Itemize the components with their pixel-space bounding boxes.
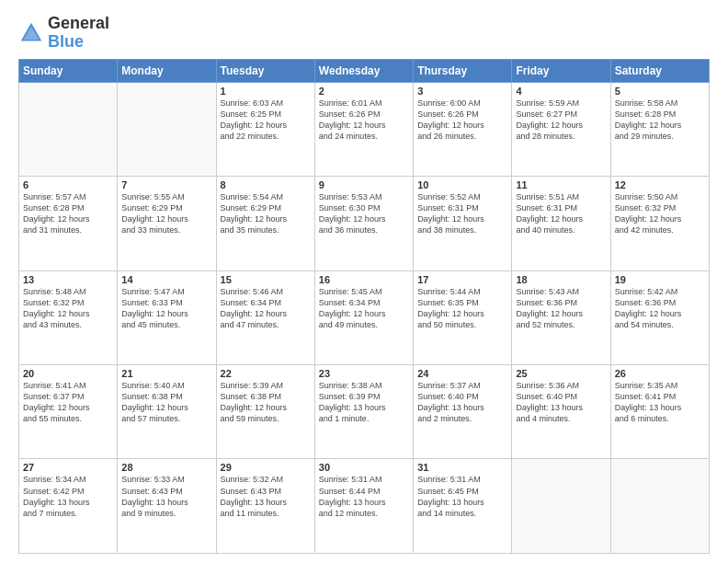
day-number: 5 [615,86,705,97]
day-number: 23 [319,368,409,379]
day-cell: 16Sunrise: 5:45 AM Sunset: 6:34 PM Dayli… [314,270,413,364]
week-row-5: 27Sunrise: 5:34 AM Sunset: 6:42 PM Dayli… [19,459,710,554]
day-info: Sunrise: 5:59 AM Sunset: 6:27 PM Dayligh… [516,98,606,143]
day-cell: 31Sunrise: 5:31 AM Sunset: 6:45 PM Dayli… [414,459,512,554]
day-cell: 3Sunrise: 6:00 AM Sunset: 6:26 PM Daylig… [414,82,512,176]
day-number: 10 [417,179,507,190]
day-cell: 30Sunrise: 5:31 AM Sunset: 6:44 PM Dayli… [314,459,413,554]
day-number: 20 [23,368,113,379]
day-info: Sunrise: 5:37 AM Sunset: 6:40 PM Dayligh… [417,380,507,425]
day-number: 19 [615,274,705,285]
day-cell: 28Sunrise: 5:33 AM Sunset: 6:43 PM Dayli… [118,459,216,554]
day-info: Sunrise: 5:54 AM Sunset: 6:29 PM Dayligh… [221,191,311,236]
day-info: Sunrise: 5:45 AM Sunset: 6:34 PM Dayligh… [319,286,409,331]
day-info: Sunrise: 5:36 AM Sunset: 6:40 PM Dayligh… [516,380,606,425]
col-header-saturday: Saturday [610,59,709,82]
page: General Blue SundayMondayTuesdayWednesda… [0,0,728,563]
day-number: 15 [221,274,311,285]
day-cell: 1Sunrise: 6:03 AM Sunset: 6:25 PM Daylig… [216,82,314,176]
day-info: Sunrise: 5:48 AM Sunset: 6:32 PM Dayligh… [23,286,113,331]
day-cell [610,459,709,554]
week-row-3: 13Sunrise: 5:48 AM Sunset: 6:32 PM Dayli… [19,270,710,364]
day-info: Sunrise: 5:39 AM Sunset: 6:38 PM Dayligh… [221,380,311,425]
day-cell: 26Sunrise: 5:35 AM Sunset: 6:41 PM Dayli… [610,365,709,459]
col-header-sunday: Sunday [19,59,118,82]
day-cell: 20Sunrise: 5:41 AM Sunset: 6:37 PM Dayli… [19,365,118,459]
day-cell: 15Sunrise: 5:46 AM Sunset: 6:34 PM Dayli… [216,270,314,364]
day-cell: 17Sunrise: 5:44 AM Sunset: 6:35 PM Dayli… [414,270,512,364]
day-cell [118,82,216,176]
week-row-1: 1Sunrise: 6:03 AM Sunset: 6:25 PM Daylig… [19,82,710,176]
day-cell: 4Sunrise: 5:59 AM Sunset: 6:27 PM Daylig… [512,82,610,176]
day-info: Sunrise: 5:47 AM Sunset: 6:33 PM Dayligh… [121,286,211,331]
day-info: Sunrise: 5:31 AM Sunset: 6:44 PM Dayligh… [319,474,409,519]
day-number: 3 [417,86,507,97]
day-info: Sunrise: 5:35 AM Sunset: 6:41 PM Dayligh… [615,380,705,425]
day-number: 11 [516,179,606,190]
col-header-friday: Friday [512,59,610,82]
header: General Blue [18,15,710,52]
day-number: 30 [319,462,409,473]
day-cell: 25Sunrise: 5:36 AM Sunset: 6:40 PM Dayli… [512,365,610,459]
day-number: 7 [121,179,211,190]
day-number: 25 [516,368,606,379]
day-number: 17 [417,274,507,285]
day-number: 29 [221,462,311,473]
day-cell: 19Sunrise: 5:42 AM Sunset: 6:36 PM Dayli… [610,270,709,364]
day-number: 24 [417,368,507,379]
day-info: Sunrise: 5:53 AM Sunset: 6:30 PM Dayligh… [319,191,409,236]
day-info: Sunrise: 5:38 AM Sunset: 6:39 PM Dayligh… [319,380,409,425]
day-info: Sunrise: 5:58 AM Sunset: 6:28 PM Dayligh… [615,98,705,143]
day-number: 8 [221,179,311,190]
day-cell: 7Sunrise: 5:55 AM Sunset: 6:29 PM Daylig… [118,177,216,270]
col-header-wednesday: Wednesday [314,59,413,82]
day-cell: 10Sunrise: 5:52 AM Sunset: 6:31 PM Dayli… [414,177,512,270]
day-info: Sunrise: 5:33 AM Sunset: 6:43 PM Dayligh… [121,474,211,519]
day-number: 12 [615,179,705,190]
day-info: Sunrise: 5:51 AM Sunset: 6:31 PM Dayligh… [516,191,606,236]
day-info: Sunrise: 6:01 AM Sunset: 6:26 PM Dayligh… [319,98,409,143]
day-number: 2 [319,86,409,97]
day-info: Sunrise: 5:44 AM Sunset: 6:35 PM Dayligh… [417,286,507,331]
day-cell: 5Sunrise: 5:58 AM Sunset: 6:28 PM Daylig… [610,82,709,176]
day-cell: 14Sunrise: 5:47 AM Sunset: 6:33 PM Dayli… [118,270,216,364]
day-number: 16 [319,274,409,285]
day-cell: 6Sunrise: 5:57 AM Sunset: 6:28 PM Daylig… [19,177,118,270]
day-info: Sunrise: 5:32 AM Sunset: 6:43 PM Dayligh… [221,474,311,519]
day-cell: 12Sunrise: 5:50 AM Sunset: 6:32 PM Dayli… [610,177,709,270]
day-info: Sunrise: 5:42 AM Sunset: 6:36 PM Dayligh… [615,286,705,331]
day-number: 27 [23,462,113,473]
day-cell: 29Sunrise: 5:32 AM Sunset: 6:43 PM Dayli… [216,459,314,554]
col-header-thursday: Thursday [414,59,512,82]
calendar: SundayMondayTuesdayWednesdayThursdayFrid… [18,59,710,554]
day-info: Sunrise: 5:40 AM Sunset: 6:38 PM Dayligh… [121,380,211,425]
day-cell: 2Sunrise: 6:01 AM Sunset: 6:26 PM Daylig… [314,82,413,176]
day-info: Sunrise: 5:43 AM Sunset: 6:36 PM Dayligh… [516,286,606,331]
day-number: 26 [615,368,705,379]
day-info: Sunrise: 5:31 AM Sunset: 6:45 PM Dayligh… [417,474,507,519]
day-number: 14 [121,274,211,285]
day-cell [512,459,610,554]
day-number: 4 [516,86,606,97]
day-cell: 24Sunrise: 5:37 AM Sunset: 6:40 PM Dayli… [414,365,512,459]
day-info: Sunrise: 5:41 AM Sunset: 6:37 PM Dayligh… [23,380,113,425]
day-number: 1 [221,86,311,97]
day-info: Sunrise: 5:55 AM Sunset: 6:29 PM Dayligh… [121,191,211,236]
day-info: Sunrise: 5:52 AM Sunset: 6:31 PM Dayligh… [417,191,507,236]
day-number: 13 [23,274,113,285]
day-number: 21 [121,368,211,379]
day-cell: 9Sunrise: 5:53 AM Sunset: 6:30 PM Daylig… [314,177,413,270]
day-info: Sunrise: 5:46 AM Sunset: 6:34 PM Dayligh… [221,286,311,331]
day-number: 18 [516,274,606,285]
logo-text: General Blue [48,15,109,52]
logo: General Blue [18,15,109,52]
day-info: Sunrise: 6:00 AM Sunset: 6:26 PM Dayligh… [417,98,507,143]
day-cell: 21Sunrise: 5:40 AM Sunset: 6:38 PM Dayli… [118,365,216,459]
day-cell: 23Sunrise: 5:38 AM Sunset: 6:39 PM Dayli… [314,365,413,459]
week-row-4: 20Sunrise: 5:41 AM Sunset: 6:37 PM Dayli… [19,365,710,459]
day-info: Sunrise: 5:34 AM Sunset: 6:42 PM Dayligh… [23,474,113,519]
col-header-tuesday: Tuesday [216,59,314,82]
day-cell: 8Sunrise: 5:54 AM Sunset: 6:29 PM Daylig… [216,177,314,270]
day-cell: 11Sunrise: 5:51 AM Sunset: 6:31 PM Dayli… [512,177,610,270]
day-number: 6 [23,179,113,190]
